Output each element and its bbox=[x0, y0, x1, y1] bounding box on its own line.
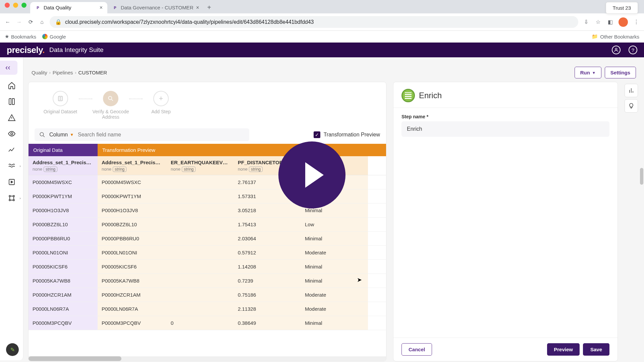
window-minimize[interactable] bbox=[13, 3, 18, 8]
table-row: P0000LN01ONI P0000LN01ONI 0.57912 Modera… bbox=[29, 246, 386, 260]
run-button[interactable]: Run▼ bbox=[575, 67, 601, 78]
column-header[interactable]: Address_set_1_PreciselyIDnonestring bbox=[29, 156, 98, 175]
pipeline-step-add[interactable]: + Add Step bbox=[143, 91, 179, 114]
star-icon[interactable]: ☆ bbox=[594, 18, 602, 26]
cell: P0000PBB6RU0 bbox=[98, 232, 167, 245]
column-header[interactable]: ER_EARTHQUAKEEVENTSnonestring bbox=[167, 156, 234, 175]
account-icon[interactable] bbox=[612, 46, 621, 54]
new-tab-button[interactable]: + bbox=[204, 2, 215, 13]
chart-icon[interactable] bbox=[625, 84, 638, 97]
cell bbox=[167, 218, 234, 231]
cell: P0000LN01ONI bbox=[98, 246, 167, 259]
tab-favicon: P bbox=[35, 5, 41, 11]
table-row: P0000PBB6RU0 P0000PBB6RU0 2.03064 Minima… bbox=[29, 232, 386, 246]
sidebar-catalog-icon[interactable] bbox=[0, 94, 23, 110]
chevron-right-icon: › bbox=[19, 196, 21, 200]
chevron-right-icon: › bbox=[19, 164, 21, 168]
pipeline-step-verify[interactable]: Verify & Geocode Address bbox=[92, 91, 129, 120]
chevron-right-icon: › bbox=[49, 70, 51, 75]
browser-tab[interactable]: P Data Governance - CUSTOMER × bbox=[107, 2, 204, 13]
back-icon[interactable]: ← bbox=[4, 18, 11, 26]
svg-point-5 bbox=[9, 199, 10, 201]
cell bbox=[167, 246, 234, 259]
cell: Moderate bbox=[301, 246, 368, 259]
cell: P0000HZCR1AM bbox=[29, 288, 98, 302]
enrich-icon bbox=[401, 89, 415, 102]
bookmarks-bar: ★Bookmarks Google 📁Other Bookmarks bbox=[0, 31, 644, 43]
tab-close-icon[interactable]: × bbox=[196, 5, 199, 11]
cell: P00005KA7WB8 bbox=[98, 274, 167, 288]
install-icon[interactable]: ⇩ bbox=[582, 18, 590, 26]
bookmark-google[interactable]: Google bbox=[42, 34, 66, 40]
cell: P0000KPWT1YM bbox=[29, 189, 98, 203]
play-icon bbox=[305, 162, 324, 188]
pipeline-step-original[interactable]: Original Dataset bbox=[42, 91, 79, 114]
trust-badge: Trust 23 bbox=[606, 2, 638, 14]
sidebar-observe-icon[interactable] bbox=[0, 126, 23, 142]
cell: P00005KICSF6 bbox=[98, 260, 167, 274]
save-button[interactable]: Save bbox=[583, 343, 609, 356]
sidebar-collapse[interactable]: ‹‹ bbox=[0, 61, 17, 75]
cell bbox=[167, 260, 234, 274]
tab-close-icon[interactable]: × bbox=[100, 5, 103, 11]
home-icon[interactable]: ⌂ bbox=[38, 18, 46, 26]
pipeline-pane: Original Dataset Verify & Geocode Addres… bbox=[28, 82, 386, 361]
table-row: P00005KA7WB8 P00005KA7WB8 0.7239 Minimal bbox=[29, 274, 386, 288]
other-bookmarks[interactable]: 📁Other Bookmarks bbox=[592, 34, 639, 40]
preview-button[interactable]: Preview bbox=[547, 343, 580, 356]
profile-avatar[interactable] bbox=[619, 17, 628, 27]
cell bbox=[167, 175, 234, 189]
help-icon[interactable]: ? bbox=[629, 46, 637, 54]
sidebar-settings-icon[interactable]: › bbox=[0, 190, 23, 206]
product-name: Data Integrity Suite bbox=[49, 46, 104, 54]
transformation-preview-toggle[interactable]: ✓ Transformation Preview bbox=[314, 131, 380, 138]
url-field[interactable]: 🔒 cloud.precisely.com/workspace/7zlyzxno… bbox=[50, 16, 578, 28]
cell bbox=[167, 232, 234, 245]
forward-icon[interactable]: → bbox=[15, 18, 23, 26]
url-text: cloud.precisely.com/workspace/7zlyzxnooh… bbox=[65, 19, 314, 25]
sidebar-waves-icon[interactable]: › bbox=[0, 158, 23, 174]
reload-icon[interactable]: ⟳ bbox=[27, 18, 34, 26]
sidebar-play-icon[interactable] bbox=[0, 174, 23, 190]
svg-point-6 bbox=[13, 199, 14, 201]
menu-icon[interactable]: ⋮ bbox=[633, 18, 640, 26]
enrich-panel: Enrich Step name * Cancel Preview Save bbox=[393, 82, 618, 361]
horizontal-scrollbar[interactable] bbox=[29, 356, 386, 361]
sidebar-trends-icon[interactable] bbox=[0, 142, 23, 158]
enrich-title: Enrich bbox=[419, 91, 442, 100]
browser-tab-active[interactable]: P Data Quality × bbox=[30, 2, 107, 13]
search-input[interactable] bbox=[78, 132, 245, 138]
sidebar-alerts-icon[interactable] bbox=[0, 110, 23, 126]
section-header-preview: Transformation Preview bbox=[98, 144, 386, 156]
column-dropdown[interactable]: Column ▼ bbox=[49, 132, 74, 138]
breadcrumb-item[interactable]: Pipelines bbox=[53, 70, 73, 75]
settings-button[interactable]: Settings bbox=[605, 67, 636, 78]
tab-title: Data Governance - CUSTOMER bbox=[121, 5, 193, 10]
step-name-label: Step name * bbox=[393, 108, 618, 121]
cell bbox=[167, 274, 234, 288]
window-close[interactable] bbox=[5, 3, 10, 8]
svg-point-9 bbox=[40, 132, 44, 136]
bookmarks-menu[interactable]: ★Bookmarks bbox=[5, 34, 36, 40]
panel-icon[interactable]: ◧ bbox=[606, 18, 614, 26]
svg-point-3 bbox=[9, 195, 10, 197]
search-icon bbox=[39, 132, 45, 138]
help-fab[interactable]: ✎ bbox=[6, 343, 19, 356]
cell: 2.03064 bbox=[234, 232, 301, 245]
app-header: precisely. Data Integrity Suite ? bbox=[0, 43, 644, 57]
plus-icon: + bbox=[153, 91, 169, 106]
section-header-original: Original Data bbox=[29, 144, 98, 156]
sidebar-home-icon[interactable] bbox=[0, 77, 23, 94]
play-video-overlay[interactable] bbox=[278, 141, 345, 208]
step-name-input[interactable] bbox=[401, 121, 609, 137]
breadcrumb-item[interactable]: Quality bbox=[32, 70, 47, 75]
table-row: P0000M3PCQBV P0000M3PCQBV 0 0.38649 Mini… bbox=[29, 316, 386, 330]
column-header[interactable]: Address_set_1_PreciselyIDnonestring bbox=[98, 156, 167, 175]
tab-title: Data Quality bbox=[44, 5, 71, 10]
window-maximize[interactable] bbox=[21, 3, 26, 8]
cell: 0.75186 bbox=[234, 288, 301, 302]
cancel-button[interactable]: Cancel bbox=[401, 343, 432, 356]
cell bbox=[167, 288, 234, 302]
lightbulb-icon[interactable] bbox=[625, 99, 638, 113]
chevron-down-icon: ▼ bbox=[592, 71, 596, 75]
